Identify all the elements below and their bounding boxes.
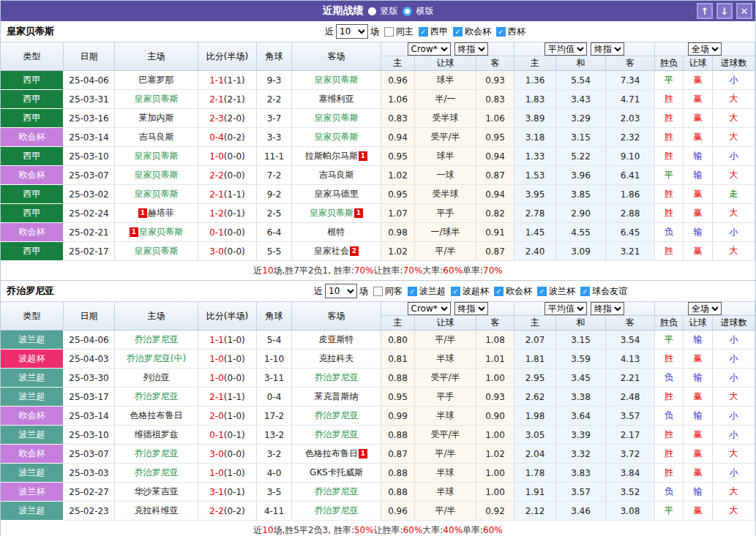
goals-result: 小 [713, 147, 755, 166]
horizontal-layout-label[interactable]: 横版 [416, 5, 434, 18]
vertical-layout-radio[interactable] [368, 7, 376, 15]
ah-away-odds: 0.95 [476, 128, 514, 147]
summary-segment: 单率: [463, 265, 483, 277]
match-row: 欧会杯25-03-07皇家贝蒂斯2-2(0-0)7-2吉马良斯1.02一球0.8… [1, 166, 755, 185]
home-team: 吉马良斯 [115, 128, 198, 147]
score: 2-2(0-2) [198, 502, 257, 521]
match-row: 西甲25-03-16莱加内斯2-3(2-0)3-7皇家贝蒂斯0.83受半球1.0… [1, 109, 755, 128]
eu-away-odds: 3.21 [606, 242, 655, 261]
period-select[interactable]: 全场 [688, 42, 722, 56]
league-checkbox-2[interactable]: ✓ [496, 27, 506, 37]
match-row: 波兰超25-03-03乔治罗尼亚1-0(1-0)4-0GKS卡托威斯0.88半球… [1, 464, 755, 483]
away-team-name: 根特 [328, 226, 345, 238]
summary-segment: 大率: [422, 265, 443, 277]
red-card-badge: 1 [130, 227, 138, 237]
handicap-result: 输 [684, 407, 713, 426]
move-down-button[interactable]: ↓ [716, 3, 733, 19]
league-checkbox-3[interactable]: ✓ [537, 287, 547, 296]
same-venue-checkbox[interactable] [373, 287, 383, 296]
league-checkbox-1[interactable]: ✓ [451, 287, 460, 296]
ah-away-odds: 0.92 [476, 502, 514, 521]
away-team: 皇家马德里 [292, 185, 381, 204]
corner-score: 3-11 [257, 369, 292, 388]
league-type-badge: 西甲 [1, 90, 64, 109]
handicap-result: 赢 [684, 128, 713, 147]
match-result: 胜 [655, 109, 684, 128]
odds-company-select[interactable]: Crow* [408, 42, 451, 56]
league-checkbox-1[interactable]: ✓ [453, 27, 463, 37]
corner-score: 0-4 [257, 388, 292, 407]
match-date: 25-03-16 [64, 109, 115, 128]
ah-away-odds: 1.06 [476, 109, 514, 128]
match-result: 负 [655, 407, 684, 426]
eu-home-header: 主 [514, 316, 556, 330]
corner-score: 4-0 [257, 464, 292, 483]
match-row: 波兰超25-03-17乔治罗尼亚2-1(1-1)0-4莱克普斯纳0.95平手0.… [1, 388, 755, 407]
home-team: 乔治罗尼亚 [115, 445, 198, 464]
eu-away-odds: 6.45 [606, 223, 655, 242]
ah-home-odds: 0.98 [381, 223, 415, 242]
halftime-score: (0-2) [224, 506, 245, 516]
average-odds-select[interactable]: 平均值 [544, 42, 587, 56]
summary-segment: 让胜率: [374, 524, 403, 536]
league-checkbox-4[interactable]: ✓ [580, 287, 590, 296]
ah-away-odds: 0.94 [476, 185, 514, 204]
league-type-badge: 欧会杯 [1, 223, 64, 242]
ah-home-odds: 0.95 [381, 185, 415, 204]
europe-odds-group: 平均值终指 [514, 42, 655, 56]
final-odds-select-2[interactable]: 终指 [591, 42, 624, 56]
corner-score: 11-1 [257, 147, 292, 166]
match-result: 平 [655, 502, 684, 521]
average-odds-select[interactable]: 平均值 [544, 302, 587, 315]
away-team-name: 莱克普斯纳 [315, 390, 359, 403]
halftime-score: (0-2) [224, 132, 245, 143]
red-card-badge: 1 [359, 151, 367, 161]
eu-draw-odds: 3.96 [556, 166, 606, 185]
near-label: 近 [314, 285, 323, 298]
games-label: 场 [359, 285, 368, 298]
table-header: 类型日期主场比分(半场)角球客场Crow*终指平均值终指全场主让球客主和客胜负让… [1, 302, 755, 331]
close-button[interactable]: ✕ [736, 3, 752, 19]
final-odds-select[interactable]: 终指 [454, 42, 488, 56]
league-checkbox-2[interactable]: ✓ [494, 287, 504, 296]
up-arrow-icon: ↑ [701, 7, 709, 16]
fulltime-score: 1-1 [209, 75, 224, 86]
match-count-select[interactable]: 10 [336, 24, 368, 39]
odds-company-select[interactable]: Crow* [408, 302, 451, 315]
period-select[interactable]: 全场 [688, 302, 722, 315]
fulltime-score: 2-1 [209, 189, 224, 200]
league-label: 欧会杯 [506, 285, 532, 298]
goals-result: 小 [713, 369, 755, 388]
match-count-select[interactable]: 10 [325, 284, 357, 298]
ah-away-odds: 1.01 [476, 350, 514, 369]
horizontal-layout-radio[interactable] [403, 7, 412, 16]
league-type-badge: 欧会杯 [1, 407, 64, 426]
goals-result: 走 [713, 185, 755, 204]
move-up-button[interactable]: ↑ [697, 3, 713, 19]
eu-away-odds: 4.71 [606, 90, 655, 109]
eu-home-odds: 2.07 [514, 331, 556, 350]
league-checkbox-0[interactable]: ✓ [408, 287, 417, 296]
summary-segment: 10 [262, 265, 273, 276]
home-team-name: 莱加内斯 [139, 112, 174, 124]
ah-line: 半/一 [415, 90, 476, 109]
away-team-name: 克拉科夫 [319, 352, 354, 365]
home-team-name: 乔治罗尼亚(中) [127, 352, 186, 365]
final-odds-select-2[interactable]: 终指 [591, 302, 624, 315]
vertical-layout-label[interactable]: 竖版 [381, 5, 398, 18]
goals-result: 小 [713, 223, 755, 242]
league-checkbox-0[interactable]: ✓ [419, 27, 428, 37]
match-date: 25-03-10 [64, 426, 115, 445]
corner-score: 7-2 [257, 166, 292, 185]
team-name: 皇家贝蒂斯 [1, 25, 54, 38]
ah-line: 平/半 [415, 331, 476, 350]
league-type-badge: 波兰超 [1, 388, 64, 407]
goals-result: 大 [713, 90, 755, 109]
score: 3-0(0-0) [198, 242, 257, 261]
away-team: 莱克普斯纳 [292, 388, 381, 407]
goals-result: 大 [713, 109, 755, 128]
column-header: 日期 [64, 42, 115, 70]
ah-home-odds: 1.02 [381, 242, 415, 261]
final-odds-select[interactable]: 终指 [454, 302, 488, 315]
same-venue-checkbox[interactable] [384, 27, 394, 37]
